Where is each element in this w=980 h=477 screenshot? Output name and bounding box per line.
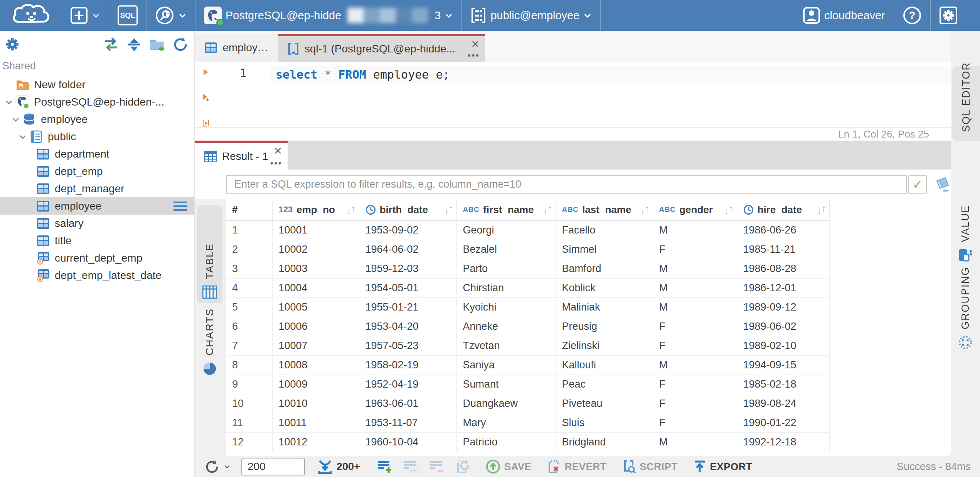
data-cell[interactable]: Bezalel: [456, 240, 556, 259]
tree-item-salary[interactable]: salary: [0, 215, 194, 232]
new-folder-button[interactable]: [149, 36, 166, 53]
data-cell[interactable]: F: [653, 240, 737, 259]
data-cell[interactable]: 1952-04-19: [359, 375, 456, 394]
data-cell[interactable]: 1989-06-02: [737, 317, 829, 336]
revert-button[interactable]: REVERT: [547, 459, 606, 474]
expand-arrow-icon[interactable]: [2, 98, 15, 106]
refresh-result-button[interactable]: [204, 459, 231, 474]
tab-table-presentation[interactable]: TABLE: [197, 205, 222, 303]
delete-row-button[interactable]: [429, 460, 445, 474]
data-cell[interactable]: 1985-02-18: [737, 375, 829, 394]
tree-item-dept-manager[interactable]: dept_manager: [0, 180, 194, 197]
export-button[interactable]: EXPORT: [693, 459, 753, 474]
sort-icon[interactable]: ↓↑: [347, 205, 356, 215]
tree-item-department[interactable]: department: [0, 145, 194, 163]
tab-charts-presentation[interactable]: CHARTS: [197, 308, 222, 376]
execute-icon[interactable]: [200, 69, 212, 76]
tab-employee[interactable]: employee: [195, 34, 278, 62]
data-cell[interactable]: 1958-02-19: [359, 355, 456, 375]
collapse-all-button[interactable]: [126, 36, 143, 53]
tree-item-employee[interactable]: employee: [0, 197, 194, 215]
refresh-tree-button[interactable]: [172, 36, 189, 53]
data-cell[interactable]: 1953-11-07: [359, 413, 456, 432]
data-cell[interactable]: 10003: [272, 259, 359, 278]
data-cell[interactable]: Bridgland: [556, 432, 653, 452]
data-cell[interactable]: 1954-05-01: [359, 278, 456, 297]
data-cell[interactable]: 1953-04-20: [359, 317, 456, 336]
expand-arrow-icon[interactable]: [16, 133, 29, 141]
clear-filter-button[interactable]: [934, 177, 951, 192]
tree-item-dept-emp-latest-date[interactable]: dept_emp_latest_date: [0, 267, 194, 284]
data-cell[interactable]: Chirstian: [456, 278, 556, 297]
data-cell[interactable]: 10005: [272, 297, 359, 317]
sort-icon[interactable]: ↓↑: [445, 205, 453, 215]
data-cell[interactable]: Parto: [456, 259, 556, 278]
data-cell[interactable]: 1985-11-21: [737, 240, 829, 259]
data-cell[interactable]: 1986-08-28: [737, 259, 829, 278]
tab-grouping-panel[interactable]: GROUPING: [951, 267, 980, 349]
sql-statement[interactable]: select * FROM employee e;: [270, 66, 951, 83]
schema-selector[interactable]: public@employee: [462, 0, 600, 31]
data-cell[interactable]: 10001: [272, 220, 359, 240]
column-header-first_name[interactable]: ABCfirst_name↓↑: [456, 199, 556, 220]
apply-filter-button[interactable]: ✓: [908, 175, 927, 194]
data-cell[interactable]: Sumant: [456, 375, 556, 394]
user-menu[interactable]: cloudbeaver: [794, 0, 894, 31]
sort-icon[interactable]: ↓↑: [725, 205, 734, 215]
data-cell[interactable]: 1992-12-18: [737, 432, 829, 452]
data-cell[interactable]: M: [653, 278, 737, 297]
data-cell[interactable]: M: [653, 220, 737, 240]
data-cell[interactable]: Anneke: [456, 317, 556, 336]
data-cell[interactable]: 10009: [272, 375, 359, 394]
data-cell[interactable]: Bamford: [556, 259, 653, 278]
data-cell[interactable]: M: [653, 259, 737, 278]
data-cell[interactable]: M: [653, 355, 737, 375]
tree-item-postgresql-ep-hidden-[interactable]: PostgreSQL@ep-hidden-...: [0, 93, 194, 111]
save-button[interactable]: SAVE: [486, 459, 532, 474]
sidebar-settings-button[interactable]: [4, 36, 21, 53]
data-cell[interactable]: Kalloufi: [556, 355, 653, 375]
data-cell[interactable]: 1960-10-04: [359, 432, 456, 452]
filter-input[interactable]: [226, 175, 907, 194]
data-cell[interactable]: 1953-09-02: [359, 220, 456, 240]
execute-new-tab-icon[interactable]: [199, 94, 212, 101]
column-header-gender[interactable]: ABCgender↓↑: [653, 199, 737, 220]
data-cell[interactable]: 1990-01-22: [737, 413, 829, 432]
data-cell[interactable]: 10004: [272, 278, 359, 297]
data-cell[interactable]: 1957-05-23: [359, 336, 456, 355]
tab-menu-icon[interactable]: •••: [468, 51, 480, 60]
data-cell[interactable]: Peac: [556, 375, 653, 394]
data-cell[interactable]: Kyoichi: [456, 297, 556, 317]
data-cell[interactable]: Sluis: [556, 413, 653, 432]
script-button[interactable]: SCRIPT: [622, 459, 677, 474]
add-row-button[interactable]: [377, 460, 392, 474]
result-table[interactable]: #123emp_no↓↑birth_date↓↑ABCfirst_name↓↑A…: [226, 199, 830, 452]
help-button[interactable]: ?: [894, 0, 930, 31]
column-header-birth_date[interactable]: birth_date↓↑: [359, 199, 456, 220]
column-header-hire_date[interactable]: hire_date↓↑: [737, 199, 829, 220]
data-cell[interactable]: F: [653, 394, 737, 413]
data-cell[interactable]: 1989-02-10: [737, 336, 829, 355]
data-cell[interactable]: 10006: [272, 317, 359, 336]
data-cell[interactable]: 10008: [272, 355, 359, 375]
expand-arrow-icon[interactable]: [9, 115, 22, 124]
duplicate-row-button[interactable]: (+): [403, 460, 419, 474]
connection-selector[interactable]: PostgreSQL@ep-hidde 3: [195, 0, 461, 31]
tab-menu-icon[interactable]: •••: [270, 159, 282, 168]
close-icon[interactable]: ✕: [471, 39, 480, 50]
data-cell[interactable]: Maliniak: [556, 297, 653, 317]
data-cell[interactable]: Mary: [456, 413, 556, 432]
data-cell[interactable]: Georgi: [456, 220, 556, 240]
data-cell[interactable]: Preusig: [556, 317, 653, 336]
fetch-next-page-button[interactable]: 200+: [317, 459, 360, 474]
data-cell[interactable]: Piveteau: [556, 394, 653, 413]
sync-navigation-button[interactable]: [103, 36, 120, 53]
data-cell[interactable]: 1989-09-12: [737, 297, 829, 317]
sort-icon[interactable]: ↓↑: [641, 205, 650, 215]
data-cell[interactable]: M: [653, 297, 737, 317]
data-cell[interactable]: Koblick: [556, 278, 653, 297]
data-cell[interactable]: 10011: [272, 413, 359, 432]
new-connection-button[interactable]: [62, 0, 109, 31]
data-cell[interactable]: 1986-06-26: [737, 220, 829, 240]
cloudbeaver-logo[interactable]: [0, 3, 62, 28]
